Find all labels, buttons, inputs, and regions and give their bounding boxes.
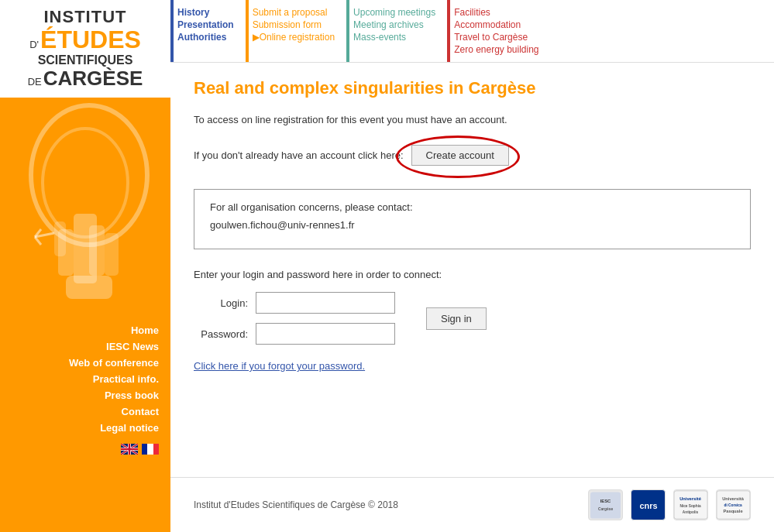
nav-section-about: History Presentation Authorities: [170, 0, 246, 62]
sign-in-button[interactable]: Sign in: [426, 307, 487, 330]
svg-rect-6: [66, 276, 112, 299]
nav-zero-energy[interactable]: Zero energy building: [454, 43, 538, 56]
logo-institut: INSTITUT: [28, 8, 143, 26]
password-label: Password:: [194, 328, 248, 340]
svg-text:Pasquale: Pasquale: [723, 509, 742, 513]
top-navigation: History Presentation Authorities Submit …: [170, 0, 774, 63]
logo-cargese: CARGÈSE: [43, 67, 143, 90]
forgot-password-link[interactable]: Click here if you forgot your password.: [194, 360, 365, 372]
svg-text:cnrs: cnrs: [639, 501, 657, 510]
sidebar: INSTITUT D' ÉTUDES SCIENTIFIQUES DE CARG…: [0, 0, 170, 532]
logo-de: DE: [28, 77, 42, 88]
footer-logo-univ: Université Nice Sophia Antipolis: [673, 489, 708, 520]
svg-rect-4: [89, 225, 105, 276]
flag-french[interactable]: [142, 444, 159, 455]
nav-meeting-archives[interactable]: Meeting archives: [353, 19, 435, 31]
page-body: Real and complex singularities in Cargès…: [170, 63, 774, 477]
sidebar-item-press-book[interactable]: Press book: [0, 387, 159, 403]
create-account-row: If you don't already have an account cli…: [194, 145, 751, 166]
password-input[interactable]: [256, 323, 395, 345]
svg-text:Université: Université: [679, 496, 701, 501]
svg-rect-7: [54, 221, 66, 256]
svg-text:Università: Università: [722, 496, 744, 501]
nav-section-facilities: Facilities Accommodation Travel to Cargè…: [447, 0, 550, 62]
nav-section-proposals: Submit a proposal Submission form ▶Onlin…: [246, 0, 346, 62]
logo-etudes: ÉTUDES: [40, 26, 141, 53]
nav-upcoming-meetings[interactable]: Upcoming meetings: [353, 6, 435, 19]
language-flags: [121, 444, 170, 455]
nav-section-meetings: Upcoming meetings Meeting archives Mass-…: [346, 0, 447, 62]
footer-text: Institut d'Etudes Scientifiques de Cargè…: [194, 499, 398, 510]
footer-logo-cnrs: cnrs: [631, 489, 666, 520]
nav-authorities[interactable]: Authorities: [177, 31, 234, 43]
svg-rect-15: [590, 492, 621, 518]
svg-text:Nice Sophia: Nice Sophia: [679, 504, 701, 508]
sign-in-area: Sign in: [426, 296, 487, 330]
sidebar-navigation: Home IESC News Web of conference Practic…: [0, 322, 170, 436]
svg-text:Antipolis: Antipolis: [683, 510, 699, 514]
login-field-row: Login:: [194, 292, 395, 314]
sidebar-decoration: [12, 98, 159, 314]
sidebar-item-iesc-news[interactable]: IESC News: [0, 338, 159, 355]
svg-rect-13: [147, 444, 153, 455]
intro-text: To access on line registration for this …: [194, 114, 751, 125]
nav-travel[interactable]: Travel to Cargèse: [454, 31, 538, 43]
login-section: Enter your login and password here in or…: [194, 269, 751, 345]
sidebar-item-legal-notice[interactable]: Legal notice: [0, 420, 159, 436]
nav-history[interactable]: History: [177, 6, 234, 19]
contact-email: goulwen.fichou@univ-rennes1.fr: [210, 219, 734, 231]
login-form: Login: Password: Sign in: [194, 292, 751, 345]
create-account-wrapper: Create account: [411, 145, 509, 166]
create-account-button[interactable]: Create account: [411, 145, 509, 166]
form-fields: Login: Password:: [194, 292, 395, 345]
password-field-row: Password:: [194, 323, 395, 345]
svg-text:Cargèse: Cargèse: [598, 506, 613, 510]
sidebar-item-home[interactable]: Home: [0, 322, 159, 338]
forgot-password-section: Click here if you forgot your password.: [194, 360, 751, 372]
sidebar-item-contact[interactable]: Contact: [0, 403, 159, 420]
logo-d: D': [29, 39, 39, 50]
svg-rect-5: [105, 233, 119, 276]
contact-info-box: For all organisation concerns, please co…: [194, 189, 751, 249]
login-instructions: Enter your login and password here in or…: [194, 269, 751, 280]
main-content: History Presentation Authorities Submit …: [170, 0, 774, 532]
nav-mass-events[interactable]: Mass-events: [353, 31, 435, 43]
page-title: Real and complex singularities in Cargès…: [194, 78, 751, 98]
nav-facilities[interactable]: Facilities: [454, 6, 538, 19]
footer-logo-iesc: IESC Cargèse: [588, 489, 623, 520]
login-input[interactable]: [256, 292, 395, 314]
svg-text:IESC: IESC: [600, 499, 611, 503]
svg-text:di Corsica: di Corsica: [724, 503, 741, 507]
footer: Institut d'Etudes Scientifiques de Cargè…: [170, 477, 774, 532]
svg-rect-12: [142, 444, 147, 455]
logo-scientifiques: SCIENTIFIQUES: [28, 53, 143, 67]
sidebar-item-practical-info[interactable]: Practical info.: [0, 371, 159, 387]
footer-logo-pasquale: Università di Corsica Pasquale: [716, 489, 751, 520]
svg-line-10: [35, 237, 41, 245]
nav-online-registration[interactable]: ▶Online registration: [253, 31, 335, 43]
sidebar-item-web-of-conference[interactable]: Web of conference: [0, 355, 159, 371]
flag-english[interactable]: [121, 444, 138, 455]
nav-submission-form[interactable]: Submission form: [253, 19, 335, 31]
nav-submit-proposal[interactable]: Submit a proposal: [253, 6, 335, 19]
login-label: Login:: [194, 297, 248, 309]
sidebar-logo: INSTITUT D' ÉTUDES SCIENTIFIQUES DE CARG…: [0, 0, 170, 98]
nav-presentation[interactable]: Presentation: [177, 19, 234, 31]
create-account-label: If you don't already have an account cli…: [194, 149, 404, 161]
footer-logos: IESC Cargèse cnrs Université Nice Sophia: [588, 489, 751, 520]
contact-line1: For all organisation concerns, please co…: [210, 201, 734, 213]
svg-rect-14: [153, 444, 159, 455]
nav-accommodation[interactable]: Accommodation: [454, 19, 538, 31]
